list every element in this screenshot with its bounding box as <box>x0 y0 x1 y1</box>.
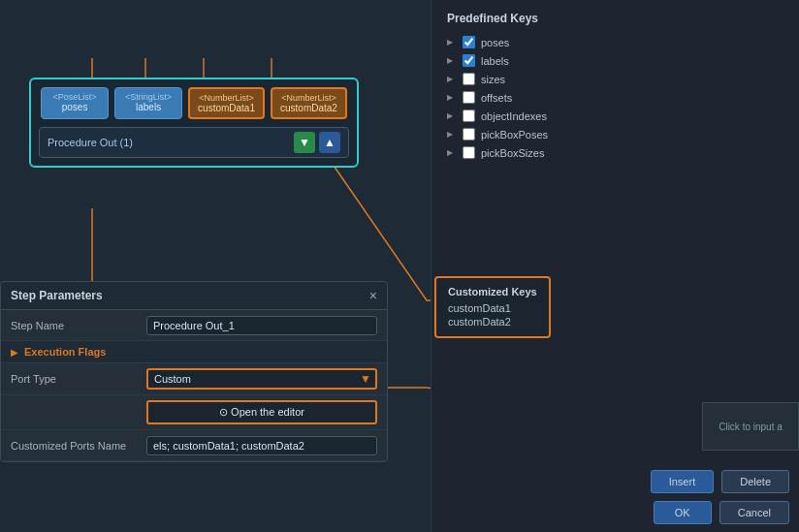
port-poselist: <PoseList> poses <box>41 87 109 119</box>
node-group: <PoseList> poses <StringList> labels <Nu… <box>29 78 359 168</box>
pred-key-label-objectindexes: objectIndexes <box>481 110 547 122</box>
pred-key-labels[interactable]: ▶ labels <box>447 51 783 70</box>
expand-arrow-pickboxposes: ▶ <box>447 130 457 139</box>
expand-arrow-poses: ▶ <box>447 38 457 47</box>
expand-arrow-offsets: ▶ <box>447 93 457 102</box>
port-type-numberlist1: <NumberList> <box>198 93 255 103</box>
port-type-row: Port Type Custom Default ▼ <box>1 363 387 395</box>
pred-key-label-poses: poses <box>481 37 509 48</box>
panel-title: Step Parameters <box>11 289 103 302</box>
expand-arrow-pickboxsizes: ▶ <box>447 148 457 157</box>
checkbox-pickboxposes[interactable] <box>463 128 475 141</box>
checkbox-poses[interactable] <box>463 36 475 48</box>
checkbox-labels[interactable] <box>463 54 475 67</box>
port-type-select-wrapper: Custom Default ▼ <box>146 368 377 390</box>
customized-ports-input-container <box>146 436 377 455</box>
proc-buttons: ▼ ▲ <box>294 132 340 153</box>
proc-btn-down[interactable]: ▼ <box>294 132 315 153</box>
checkbox-sizes[interactable] <box>463 73 475 85</box>
insert-button[interactable]: Insert <box>651 470 715 493</box>
close-button[interactable]: × <box>369 288 377 303</box>
checkbox-objectindexes[interactable] <box>463 110 475 122</box>
port-numberlist2: <NumberList> customData2 <box>271 87 347 119</box>
click-to-input-label: Click to input a <box>719 422 783 432</box>
expand-arrow-objectindexes: ▶ <box>447 111 457 120</box>
open-editor-row: ⊙ Open the editor <box>1 395 387 430</box>
pred-key-pickboxsizes[interactable]: ▶ pickBoxSizes <box>447 143 783 162</box>
step-name-input[interactable] <box>146 316 377 335</box>
checkbox-pickboxsizes[interactable] <box>463 146 475 159</box>
diagram-area: <PoseList> poses <StringList> labels <Nu… <box>0 0 427 271</box>
port-name-numberlist1: customData1 <box>198 103 255 113</box>
open-editor-container: ⊙ Open the editor <box>146 400 377 424</box>
delete-button[interactable]: Delete <box>721 470 789 493</box>
pred-key-label-offsets: offsets <box>481 92 512 104</box>
pred-key-label-sizes: sizes <box>481 74 505 85</box>
cust-key-customdata2: customData2 <box>448 315 537 329</box>
customized-keys-title: Customized Keys <box>448 286 537 297</box>
expand-arrow-labels: ▶ <box>447 56 457 65</box>
cust-key-customdata1: customData1 <box>448 301 537 315</box>
port-name-stringlist: labels <box>123 102 174 112</box>
procedure-out-label: Procedure Out (1) <box>48 137 133 148</box>
ok-button[interactable]: OK <box>654 501 712 524</box>
port-type-numberlist2: <NumberList> <box>280 93 337 103</box>
expand-arrow-sizes: ▶ <box>447 75 457 83</box>
checkbox-offsets[interactable] <box>463 91 475 104</box>
ports-row: <PoseList> poses <StringList> labels <Nu… <box>39 87 349 119</box>
procedure-out-bar: Procedure Out (1) ▼ ▲ <box>39 127 349 158</box>
step-name-value-container <box>146 316 377 335</box>
pred-key-sizes[interactable]: ▶ sizes <box>447 70 783 88</box>
port-name-poselist: poses <box>49 102 100 112</box>
port-type-poselist: <PoseList> <box>49 92 100 102</box>
port-stringlist: <StringList> labels <box>114 87 182 119</box>
panel-header: Step Parameters × <box>1 282 387 310</box>
pred-key-objectindexes[interactable]: ▶ objectIndexes <box>447 107 783 125</box>
pred-key-label-pickboxposes: pickBoxPoses <box>481 129 548 141</box>
port-type-select[interactable]: Custom Default <box>146 368 377 390</box>
execution-flags-row: ▶ Execution Flags <box>1 341 387 363</box>
predefined-keys-title: Predefined Keys <box>447 12 783 25</box>
port-type-stringlist: <StringList> <box>123 92 174 102</box>
click-to-input-area[interactable]: Click to input a <box>702 402 799 451</box>
port-type-label: Port Type <box>11 373 146 385</box>
right-panel-bottom-buttons: OK Cancel <box>654 501 789 524</box>
proc-btn-up[interactable]: ▲ <box>319 132 340 153</box>
exec-flags-expand-icon[interactable]: ▶ <box>11 347 18 358</box>
right-panel-top-buttons: Insert Delete <box>651 470 789 493</box>
pred-key-label-pickboxsizes: pickBoxSizes <box>481 147 544 159</box>
step-name-label: Step Name <box>11 320 146 331</box>
port-numberlist1: <NumberList> customData1 <box>188 87 265 119</box>
port-name-numberlist2: customData2 <box>280 103 337 113</box>
customized-ports-label: Customized Ports Name <box>11 440 146 452</box>
predefined-keys-section: Predefined Keys ▶ poses ▶ labels ▶ sizes… <box>431 0 799 173</box>
customized-ports-row: Customized Ports Name <box>1 430 387 461</box>
step-name-row: Step Name <box>1 310 387 341</box>
pred-key-poses[interactable]: ▶ poses <box>447 33 783 51</box>
pred-key-offsets[interactable]: ▶ offsets <box>447 88 783 107</box>
pred-key-pickboxposes[interactable]: ▶ pickBoxPoses <box>447 125 783 143</box>
pred-key-label-labels: labels <box>481 55 509 67</box>
right-panel: Predefined Keys ▶ poses ▶ labels ▶ sizes… <box>431 0 799 532</box>
customized-ports-input[interactable] <box>146 436 377 455</box>
open-editor-button[interactable]: ⊙ Open the editor <box>146 400 377 424</box>
customized-keys-box: Customized Keys customData1 customData2 <box>434 276 551 338</box>
step-params-panel: Step Parameters × Step Name ▶ Execution … <box>0 281 388 462</box>
exec-flags-label: Execution Flags <box>24 346 106 358</box>
cancel-button[interactable]: Cancel <box>719 501 789 524</box>
